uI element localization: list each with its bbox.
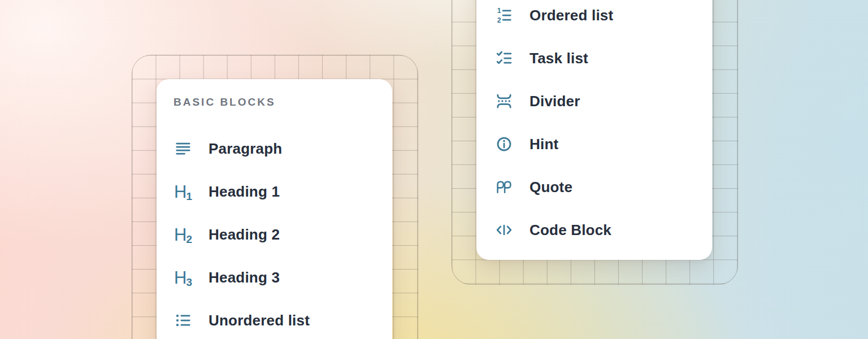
- basic-blocks-item-list: ParagraphH1Heading 1H2Heading 2H3Heading…: [173, 136, 392, 333]
- svg-text:2: 2: [497, 16, 501, 24]
- hint-icon: [494, 134, 514, 154]
- menu-item-heading-3[interactable]: H3Heading 3: [173, 265, 392, 290]
- menu-item-heading-1[interactable]: H1Heading 1: [173, 179, 392, 204]
- menu-item-label: Paragraph: [209, 140, 282, 158]
- ordered-list-icon: 12: [494, 6, 514, 25]
- menu-item-heading-2[interactable]: H2Heading 2: [173, 222, 392, 247]
- menu-item-label: Divider: [530, 93, 580, 110]
- task-list-icon: [494, 49, 514, 68]
- menu-item-code-block[interactable]: Code Block: [494, 218, 712, 242]
- code-block-icon: [494, 220, 514, 240]
- menu-item-unordered-list[interactable]: Unordered list: [173, 308, 392, 333]
- menu-item-label: Code Block: [530, 221, 611, 239]
- insert-blocks-menu: 12Ordered listTask listDividerHintQuoteC…: [476, 0, 712, 260]
- menu-item-quote[interactable]: Quote: [494, 175, 712, 199]
- paragraph-icon: [173, 139, 193, 158]
- menu-item-task-list[interactable]: Task list: [494, 46, 712, 71]
- menu-item-label: Ordered list: [530, 7, 613, 24]
- quote-icon: [494, 177, 514, 197]
- menu-item-label: Heading 1: [209, 183, 280, 201]
- menu-item-hint[interactable]: Hint: [494, 132, 712, 157]
- menu-item-label: Quote: [530, 179, 572, 196]
- menu-item-label: Heading 2: [209, 226, 280, 244]
- menu-item-label: Heading 3: [209, 269, 280, 286]
- heading-1-icon: H1: [173, 182, 193, 201]
- section-label-basic-blocks: BASIC BLOCKS: [173, 96, 392, 108]
- insert-blocks-item-list: 12Ordered listTask listDividerHintQuoteC…: [494, 3, 712, 242]
- menu-item-ordered-list[interactable]: 12Ordered list: [494, 3, 712, 28]
- svg-text:1: 1: [497, 7, 501, 15]
- menu-item-label: Hint: [530, 136, 558, 153]
- editor-blocks-illustration: BASIC BLOCKS ParagraphH1Heading 1H2Headi…: [0, 0, 868, 339]
- menu-item-label: Task list: [530, 50, 588, 67]
- menu-item-divider[interactable]: Divider: [494, 89, 712, 114]
- menu-item-label: Unordered list: [209, 312, 310, 329]
- unordered-list-icon: [173, 311, 193, 330]
- heading-3-icon: H3: [173, 268, 193, 287]
- basic-blocks-menu: BASIC BLOCKS ParagraphH1Heading 1H2Headi…: [157, 79, 392, 339]
- menu-item-paragraph[interactable]: Paragraph: [173, 136, 392, 161]
- divider-icon: [494, 92, 514, 111]
- heading-2-icon: H2: [173, 225, 193, 244]
